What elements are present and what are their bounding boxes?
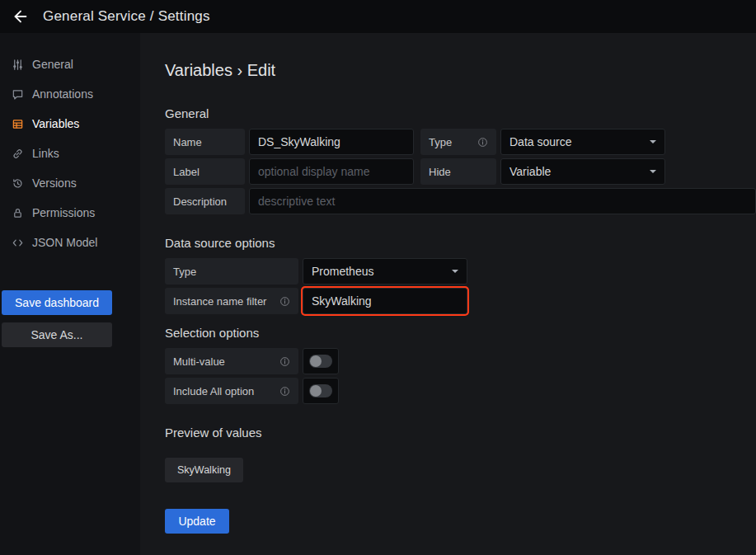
- sidebar-item-label: Annotations: [32, 87, 93, 101]
- hide-select-value: Variable: [509, 165, 551, 178]
- datasource-type-label: Type: [165, 258, 298, 285]
- back-button[interactable]: [10, 6, 31, 27]
- info-icon: [279, 356, 290, 367]
- settings-sidebar: General Annotations Variables Links Vers…: [0, 33, 140, 555]
- label-hide-row: Label Hide Variable: [165, 158, 756, 185]
- multi-value-row: Multi-value: [165, 348, 756, 374]
- instance-filter-label-text: Instance name filter: [173, 295, 266, 308]
- code-icon: [12, 237, 24, 249]
- sidebar-item-variables[interactable]: Variables: [0, 109, 140, 139]
- type-field-label: Type: [420, 129, 496, 155]
- include-all-row: Include All option: [165, 378, 756, 404]
- label-field-label: Label: [165, 158, 245, 185]
- sidebar-item-label: JSON Model: [32, 236, 97, 249]
- table-icon: [12, 118, 24, 130]
- name-input[interactable]: [249, 129, 414, 155]
- include-all-label-text: Include All option: [173, 385, 254, 397]
- toggle-knob: [310, 385, 322, 397]
- general-section-heading: General: [165, 106, 756, 120]
- toggle-track: [309, 384, 332, 397]
- selection-options-heading: Selection options: [165, 326, 756, 340]
- label-input[interactable]: [249, 158, 414, 185]
- comment-icon: [12, 88, 24, 101]
- sidebar-item-label: Versions: [32, 176, 77, 190]
- type-select-value: Data source: [509, 135, 571, 148]
- instance-filter-input[interactable]: [303, 288, 467, 314]
- sidebar-item-json-model[interactable]: JSON Model: [0, 228, 140, 257]
- data-source-options-heading: Data source options: [165, 236, 756, 250]
- history-icon: [12, 177, 24, 190]
- top-header: General Service / Settings: [0, 0, 756, 33]
- sidebar-item-general[interactable]: General: [0, 49, 140, 79]
- sidebar-item-annotations[interactable]: Annotations: [0, 79, 140, 109]
- sidebar-item-links[interactable]: Links: [0, 139, 140, 168]
- instance-filter-label: Instance name filter: [165, 288, 298, 314]
- sidebar-item-label: General: [32, 58, 73, 71]
- toggle-knob: [310, 355, 322, 367]
- variables-edit-panel: Variables › Edit General Name Type Data …: [140, 33, 756, 555]
- update-button[interactable]: Update: [165, 509, 229, 534]
- datasource-type-row: Type Prometheus: [165, 258, 756, 285]
- info-icon: [477, 137, 488, 148]
- info-icon: [279, 296, 290, 307]
- multi-value-toggle[interactable]: [303, 348, 339, 374]
- arrow-left-icon: [12, 7, 30, 26]
- page-title: Variables › Edit: [165, 61, 756, 80]
- type-select[interactable]: Data source: [500, 129, 665, 155]
- sidebar-item-versions[interactable]: Versions: [0, 168, 140, 198]
- sidebar-item-label: Permissions: [32, 206, 95, 219]
- description-field-label: Description: [165, 188, 245, 214]
- name-type-row: Name Type Data source: [165, 129, 756, 155]
- chevron-down-icon: [650, 140, 656, 143]
- chevron-down-icon: [650, 170, 656, 173]
- datasource-type-select-value: Prometheus: [312, 265, 373, 278]
- instance-filter-row: Instance name filter: [165, 288, 756, 314]
- sidebar-item-label: Variables: [32, 117, 79, 130]
- toggle-track: [309, 355, 332, 368]
- type-field-label-text: Type: [429, 136, 452, 148]
- lock-icon: [12, 207, 24, 219]
- datasource-type-select[interactable]: Prometheus: [303, 258, 467, 285]
- link-icon: [12, 148, 24, 160]
- sidebar-item-permissions[interactable]: Permissions: [0, 198, 140, 228]
- save-as-button[interactable]: Save As...: [2, 322, 112, 347]
- include-all-label: Include All option: [165, 378, 298, 404]
- name-field-label: Name: [165, 129, 245, 155]
- info-icon: [279, 386, 290, 397]
- include-all-toggle[interactable]: [303, 378, 339, 404]
- description-row: Description: [165, 188, 756, 214]
- save-dashboard-button[interactable]: Save dashboard: [2, 290, 112, 315]
- sidebar-actions: Save dashboard Save As...: [0, 290, 140, 347]
- hide-field-label: Hide: [420, 158, 496, 185]
- description-input[interactable]: [249, 188, 756, 214]
- chevron-down-icon: [452, 270, 458, 273]
- preview-value-chip: SkyWalking: [165, 458, 243, 482]
- preview-of-values-heading: Preview of values: [165, 426, 756, 440]
- multi-value-label-text: Multi-value: [173, 355, 225, 368]
- breadcrumb-title: General Service / Settings: [43, 8, 210, 25]
- sliders-icon: [12, 59, 24, 71]
- hide-select[interactable]: Variable: [500, 158, 665, 185]
- multi-value-label: Multi-value: [165, 348, 298, 374]
- sidebar-item-label: Links: [32, 147, 59, 160]
